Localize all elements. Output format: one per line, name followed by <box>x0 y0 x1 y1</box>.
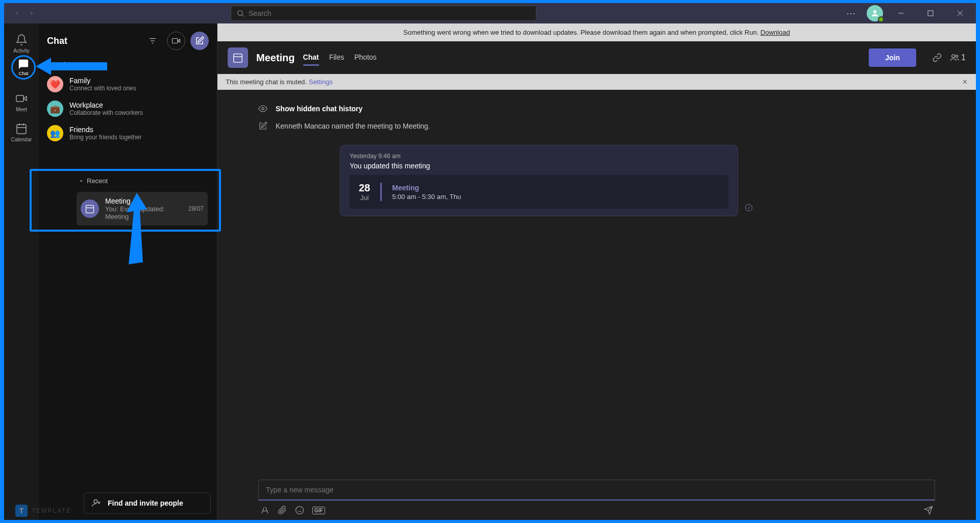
svg-point-29 <box>745 204 752 211</box>
event-month: Jul <box>360 194 369 202</box>
tab-photos[interactable]: Photos <box>354 50 377 66</box>
chat-panel-title: Chat <box>47 36 138 46</box>
svg-rect-9 <box>17 124 26 134</box>
svg-marker-35 <box>36 58 107 75</box>
close-button[interactable] <box>948 6 972 21</box>
svg-rect-7 <box>16 95 23 102</box>
minimize-button[interactable] <box>889 6 913 21</box>
close-banner-button[interactable]: ✕ <box>962 78 968 86</box>
meeting-header-icon <box>228 47 248 68</box>
attach-icon[interactable] <box>278 506 287 515</box>
titlebar: ⋯ <box>4 3 976 23</box>
search-icon <box>236 9 244 17</box>
join-button[interactable]: Join <box>869 48 916 67</box>
svg-point-30 <box>296 507 304 514</box>
search-box[interactable] <box>231 6 536 21</box>
template-desc: Collaborate with coworkers <box>69 109 143 116</box>
video-icon <box>172 36 181 45</box>
watermark-text: TEMPLATE <box>32 507 71 514</box>
event-title: You updated this meeting <box>350 162 728 170</box>
recent-date: 28/07 <box>188 205 204 212</box>
more-options-button[interactable]: ⋯ <box>846 8 856 19</box>
invite-label: Find and invite people <box>108 499 183 507</box>
filter-button[interactable] <box>143 32 162 50</box>
forward-button[interactable] <box>27 8 37 18</box>
svg-point-21 <box>94 500 97 503</box>
chevron-down-icon <box>79 179 84 184</box>
invite-people-button[interactable]: Find and invite people <box>84 492 211 514</box>
divider <box>380 183 382 201</box>
svg-marker-36 <box>127 193 147 264</box>
briefcase-icon: 💼 <box>47 101 63 117</box>
svg-point-28 <box>262 108 264 110</box>
system-message: Kenneth Mancao named the meeting to Meet… <box>258 117 955 135</box>
chat-icon <box>18 59 29 70</box>
tab-files[interactable]: Files <box>329 50 345 66</box>
new-chat-button[interactable] <box>190 32 209 50</box>
compose-area: GIF <box>217 475 976 520</box>
meet-now-button[interactable] <box>167 32 185 50</box>
chat-panel: Chat emplates ❤️ Family Connect with lov… <box>39 23 217 520</box>
event-timestamp: Yesterday 9:46 am <box>350 153 728 160</box>
compose-icon <box>195 36 204 45</box>
bell-icon <box>15 34 28 46</box>
svg-marker-17 <box>178 39 180 42</box>
template-workplace[interactable]: 💼 Workplace Collaborate with coworkers <box>45 96 211 121</box>
meeting-title: Meeting <box>256 52 295 64</box>
rail-activity-label: Activity <box>13 48 30 54</box>
svg-rect-24 <box>234 54 242 63</box>
svg-point-2 <box>873 10 876 13</box>
add-person-icon <box>91 498 102 508</box>
show-hidden-history-button[interactable]: Show hidden chat history <box>258 100 955 117</box>
rail-chat-highlighted[interactable]: Chat <box>11 55 36 80</box>
rail-activity[interactable]: Activity <box>4 30 39 58</box>
annotation-arrow <box>36 55 107 81</box>
calendar-icon <box>232 52 243 63</box>
calendar-icon <box>15 122 28 135</box>
emoji-icon[interactable] <box>295 506 304 515</box>
rail-meet[interactable]: Meet <box>4 88 39 116</box>
rail-meet-label: Meet <box>16 107 27 112</box>
event-card[interactable]: Yesterday 9:46 am You updated this meeti… <box>340 145 738 216</box>
send-icon[interactable] <box>924 506 933 515</box>
gif-icon[interactable]: GIF <box>312 507 325 514</box>
svg-line-1 <box>242 15 243 16</box>
rail-calendar[interactable]: Calendar <box>4 118 39 146</box>
tab-chat[interactable]: Chat <box>303 50 319 66</box>
link-icon[interactable] <box>933 53 942 62</box>
rail-chat-label: Chat <box>18 71 28 76</box>
recent-section-header[interactable]: Recent <box>77 173 208 189</box>
event-meeting-time: 5:00 am - 5:30 am, Thu <box>392 193 461 201</box>
muted-banner: This meeting chat is muted. Settings ✕ <box>217 74 976 90</box>
template-name: Workplace <box>69 101 143 109</box>
people-icon <box>950 53 959 62</box>
user-avatar[interactable] <box>867 5 883 21</box>
template-desc: Connect with loved ones <box>69 85 136 92</box>
participants-count: 1 <box>961 53 966 62</box>
download-link[interactable]: Download <box>761 29 790 36</box>
content-area: Something went wrong when we tried to do… <box>217 23 976 520</box>
format-icon[interactable] <box>260 506 270 515</box>
participants-button[interactable]: 1 <box>950 53 966 62</box>
eye-icon <box>258 104 267 113</box>
people-icon: 👥 <box>47 125 63 141</box>
svg-marker-18 <box>80 180 83 182</box>
svg-marker-8 <box>23 96 27 101</box>
edit-icon <box>258 121 267 131</box>
settings-link[interactable]: Settings <box>309 78 333 86</box>
svg-point-26 <box>952 55 955 58</box>
svg-point-0 <box>238 11 242 15</box>
template-name: Friends <box>69 126 141 134</box>
svg-rect-19 <box>86 205 94 213</box>
back-button[interactable] <box>12 8 22 18</box>
maximize-button[interactable] <box>919 6 942 21</box>
video-icon <box>15 92 28 105</box>
svg-point-27 <box>955 55 958 58</box>
template-friends[interactable]: 👥 Friends Bring your friends together <box>45 121 211 145</box>
search-input[interactable] <box>249 9 531 17</box>
person-icon <box>870 9 879 18</box>
compose-box[interactable] <box>258 480 935 501</box>
event-day: 28 <box>359 182 370 194</box>
filter-icon <box>148 36 157 45</box>
message-input[interactable] <box>266 486 927 494</box>
